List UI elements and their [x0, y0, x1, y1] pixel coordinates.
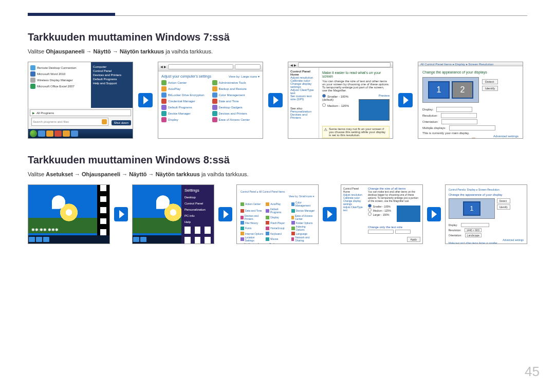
win7-heading: Tarkkuuden muuttaminen Windows 7:ssä — [28, 31, 527, 43]
win7-thumb-display: ◀ ▶ Control Panel Home Adjust resolution… — [288, 62, 393, 139]
arrow-icon — [398, 93, 413, 107]
win7-thumb-control-panel: ◀ ▶ Adjust your computer's settingsView … — [158, 62, 263, 139]
arrow-icon — [138, 93, 153, 107]
charms-bar — [97, 185, 109, 235]
win8-thumb-charms: ✱✱:✱✱ ✱✱✱ — [28, 184, 110, 244]
arrow-icon — [427, 207, 441, 221]
start-menu-apps: Remote Desktop Connection Microsoft Word… — [28, 62, 91, 108]
win7-thumb-start-menu: Remote Desktop Connection Microsoft Word… — [28, 62, 133, 139]
win8-thumb-resolution: Control Panel ▸ Display ▸ Screen Resolut… — [445, 184, 527, 244]
win7-desc: Valitse Ohjauspaneeli → Näyttö → Näytön … — [28, 48, 527, 54]
win8-heading: Tarkkuuden muuttaminen Windows 8:ssä — [28, 154, 527, 166]
start-orb-icon — [30, 130, 37, 137]
win8-thumb-control-panel: Control Panel ▸ All Control Panel Items … — [236, 184, 319, 244]
win8-desc: Valitse Asetukset → Ohjauspaneeli → Näyt… — [28, 171, 527, 177]
arrow-icon — [114, 207, 128, 221]
arrow-icon — [218, 207, 232, 221]
win8-thumb-display: Control Panel Home Adjust resolution Cal… — [341, 184, 423, 244]
page-number: 45 — [525, 364, 540, 380]
start-menu-right: Computer Control Panel Devices and Print… — [91, 62, 133, 108]
win8-thumb-settings: Settings Desktop Control Panel Personali… — [132, 184, 214, 244]
arrow-icon — [323, 207, 337, 221]
win7-thumb-resolution: All Control Panel Items ▸ Display ▸ Scre… — [418, 62, 523, 139]
arrow-icon — [268, 93, 283, 107]
